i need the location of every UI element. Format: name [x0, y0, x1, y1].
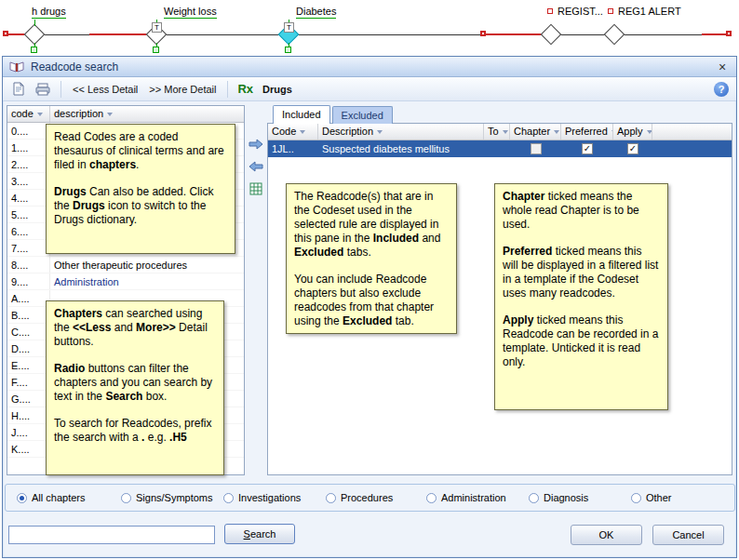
workflow-endpoint-square [726, 31, 732, 36]
column-header-preferred[interactable]: Preferred [561, 124, 613, 140]
readcode-row[interactable]: 1JL..Suspected diabetes mellitus✓✓ [268, 140, 732, 157]
chapter-description: Administration [50, 273, 119, 289]
sort-arrow-icon[interactable] [647, 130, 652, 134]
ok-button[interactable]: OK [571, 525, 642, 545]
chapters-table-header: code description [7, 106, 244, 123]
exclude-arrow-button[interactable] [247, 157, 264, 175]
drugs-button[interactable]: Drugs [261, 83, 294, 96]
chapter-code: D.... [7, 340, 50, 356]
column-header-label: Preferred [565, 126, 608, 137]
tooltip-checkboxes: Chapter ticked means the whole read Chap… [494, 183, 668, 410]
filter-radio-signs-symptoms[interactable]: Signs/Symptoms [121, 492, 213, 503]
note-paragraph: Read Codes are a coded thesaurus of clin… [54, 130, 227, 172]
chapter-code: 8.... [7, 257, 50, 273]
column-header-apply[interactable]: Apply [613, 124, 652, 140]
workflow-green-endpoint [153, 47, 159, 53]
workflow-endpoint-square [3, 31, 8, 36]
workflow-node-diamond[interactable] [541, 24, 562, 46]
workflow-node-diamond[interactable] [604, 24, 625, 46]
column-header-description[interactable]: Description [318, 124, 484, 140]
chapter-row[interactable]: 9....Administration [7, 273, 244, 290]
chapter-code: H.... [7, 407, 50, 423]
column-header-label: Chapter [514, 126, 550, 137]
radio-icon [426, 493, 437, 503]
workflow-strip: h drugsWeight lossTDiabetesTREGIST...REG… [0, 0, 739, 54]
column-header-label: Code [272, 126, 296, 137]
column-header-code[interactable]: Code [268, 124, 318, 140]
chapter-code: G.... [7, 391, 50, 407]
workflow-node-diamond[interactable] [24, 24, 46, 46]
note-paragraph: Drugs Can also be added. Click the Drugs… [54, 185, 227, 227]
note-paragraph: The Readcode(s) that are in the Codeset … [294, 190, 449, 260]
export-grid-button[interactable] [247, 180, 264, 197]
toolbar: << Less Detail >> More Detail Rx Drugs ? [3, 77, 736, 101]
page-icon[interactable] [10, 81, 27, 97]
readcode-to [484, 140, 510, 157]
help-button[interactable]: ? [714, 82, 729, 97]
column-header-label: code [11, 108, 34, 119]
dialog-title: Readcode search [31, 60, 118, 73]
preferred-checkbox-cell: ✓ [561, 140, 613, 157]
book-icon [8, 59, 25, 74]
dialog-titlebar[interactable]: Readcode search × [3, 57, 736, 77]
filter-arrow-icon[interactable] [107, 113, 113, 116]
chapter-row[interactable]: 8....Other therapeutic procedures [7, 257, 244, 273]
column-header-to[interactable]: To [484, 124, 510, 140]
sort-arrow-icon[interactable] [300, 130, 305, 134]
filter-radio-investigations[interactable]: Investigations [223, 492, 301, 503]
radio-label: Administration [441, 492, 506, 503]
filter-radio-all-chapters[interactable]: All chapters [17, 492, 85, 503]
column-header-filler [652, 124, 732, 140]
filter-radio-administration[interactable]: Administration [426, 492, 506, 503]
note-paragraph: Chapter ticked means the whole read Chap… [503, 190, 660, 232]
search-button[interactable]: Search [224, 524, 295, 544]
print-icon[interactable] [34, 81, 51, 97]
sort-arrow-icon[interactable] [554, 130, 559, 134]
readcode-search-dialog: Readcode search × << Less Detail >> More… [2, 56, 737, 558]
search-input[interactable] [8, 526, 215, 544]
radio-label: Diagnosis [544, 492, 588, 503]
column-header-code[interactable]: code [7, 106, 50, 122]
chapter-code: A.... [7, 290, 50, 306]
more-detail-button[interactable]: >> More Detail [147, 83, 218, 96]
filter-radio-other[interactable]: Other [631, 492, 672, 503]
workflow-red-segment [89, 33, 149, 35]
note-paragraph: Preferred ticked means this will be disp… [503, 245, 660, 300]
radio-icon [223, 493, 234, 503]
chapter-code: K.... [7, 441, 50, 457]
filter-radio-procedures[interactable]: Procedures [326, 492, 393, 503]
apply-checkbox-cell: ✓ [613, 140, 652, 157]
note-paragraph: Chapters can searched using the <<Less a… [54, 307, 216, 349]
close-button[interactable]: × [714, 60, 731, 73]
radio-icon [17, 493, 27, 503]
radio-label: Investigations [238, 492, 301, 503]
less-detail-button[interactable]: << Less Detail [71, 83, 140, 96]
radio-icon [631, 493, 641, 503]
sort-arrow-icon[interactable] [503, 130, 508, 134]
readcode-row-filler [652, 140, 732, 157]
filter-arrow-icon[interactable] [37, 113, 43, 116]
chapter-checkbox[interactable] [531, 143, 542, 154]
tab-excluded[interactable]: Excluded [332, 106, 393, 124]
cancel-button[interactable]: Cancel [652, 525, 724, 545]
column-header-description[interactable]: description [50, 106, 244, 122]
include-arrow-button[interactable] [247, 135, 264, 153]
readcode-table-header: Code Description To Chapter Preferred Ap… [268, 124, 732, 140]
tab-included[interactable]: Included [273, 105, 330, 124]
chapter-code: B.... [7, 307, 50, 323]
preferred-checkbox[interactable]: ✓ [582, 143, 593, 154]
workflow-node-badge: T [152, 22, 162, 33]
column-header-chapter[interactable]: Chapter [510, 124, 561, 140]
tooltip-chapters: Chapters can searched using the <<Less a… [46, 300, 224, 475]
workflow-node-label: Diabetes [296, 6, 336, 19]
filter-radio-diagnosis[interactable]: Diagnosis [529, 492, 588, 503]
sort-arrow-icon[interactable] [377, 130, 383, 134]
workflow-green-endpoint [285, 47, 291, 53]
apply-checkbox[interactable]: ✓ [627, 143, 638, 154]
search-button-label: earch [250, 528, 276, 540]
workflow-red-marker [547, 8, 553, 14]
radio-label: Signs/Symptoms [136, 492, 213, 503]
chapter-code: 9.... [7, 273, 50, 289]
tooltip-readcodes: Read Codes are a coded thesaurus of clin… [46, 124, 235, 254]
chapter-code: 6.... [7, 223, 50, 239]
